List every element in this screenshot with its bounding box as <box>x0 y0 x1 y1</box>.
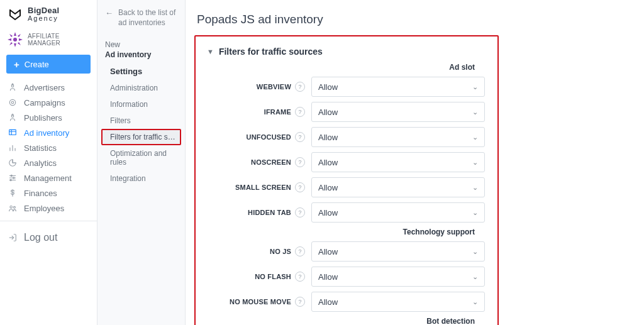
chevron-down-icon: ⌄ <box>472 133 478 141</box>
filter-label: NO MOUSE MOVE ? <box>207 297 305 307</box>
nav-item-label: Management <box>24 174 72 183</box>
filter-select-value: Allow <box>318 247 338 256</box>
nav-item-finances[interactable]: Finances <box>0 185 97 201</box>
svg-marker-1 <box>14 32 16 36</box>
back-line1: Back to the list of <box>118 8 175 18</box>
svg-rect-13 <box>9 130 16 135</box>
nav-item-campaigns[interactable]: Campaigns <box>0 95 97 110</box>
nav-item-employees[interactable]: Employees <box>0 201 97 216</box>
info-icon[interactable]: ? <box>295 182 305 192</box>
nav-item-adinventory[interactable]: Ad inventory <box>0 125 97 140</box>
filter-select-value: Allow <box>318 208 338 218</box>
settings-item-1[interactable]: Information <box>101 96 181 113</box>
bars-icon <box>8 143 18 152</box>
settings-heading: Settings <box>101 60 181 80</box>
group-title: Ad slot <box>207 63 485 72</box>
settings-item-5[interactable]: Integration <box>101 170 181 187</box>
svg-marker-5 <box>9 34 13 37</box>
nav-separator <box>0 221 97 221</box>
nav-item-publishers[interactable]: Publishers <box>0 110 97 125</box>
settings-list: AdministrationInformationFiltersFilters … <box>101 80 181 187</box>
filter-row: WEBVIEW ? Allow ⌄ <box>207 77 485 97</box>
filter-label: NO FLASH ? <box>207 272 305 282</box>
group-title: Technology support <box>207 228 485 236</box>
nav-item-management[interactable]: Management <box>0 170 97 185</box>
filter-select[interactable]: Allow ⌄ <box>311 77 485 97</box>
filter-select[interactable]: Allow ⌄ <box>311 267 485 287</box>
filter-label: NOSCREEN ? <box>207 157 305 167</box>
filter-row: UNFOCUSED ? Allow ⌄ <box>207 127 485 147</box>
svg-marker-3 <box>8 38 11 41</box>
filter-select[interactable]: Allow ⌄ <box>311 241 485 262</box>
dollar-icon <box>8 189 18 197</box>
filter-row: NO JS ? Allow ⌄ <box>207 241 485 262</box>
nav-item-label: Analytics <box>24 158 57 168</box>
filter-select[interactable]: Allow ⌄ <box>311 127 485 147</box>
people-icon <box>8 204 18 212</box>
settings-item-2[interactable]: Filters <box>101 113 181 129</box>
filter-label: IFRAME ? <box>207 107 305 117</box>
filter-select[interactable]: Allow ⌄ <box>311 177 485 197</box>
filter-row: NOSCREEN ? Allow ⌄ <box>207 152 485 172</box>
chevron-down-icon: ⌄ <box>472 209 478 217</box>
info-icon[interactable]: ? <box>295 207 305 218</box>
role-label: AFFILIATE MANAGER <box>28 33 91 47</box>
page-title: Popads JS ad inventory <box>197 13 626 26</box>
info-icon[interactable]: ? <box>295 297 305 307</box>
filter-select[interactable]: Allow ⌄ <box>311 292 485 312</box>
logout-link[interactable]: Log out <box>0 230 97 245</box>
brand-title-line1: BigDeal <box>28 6 60 15</box>
filter-select[interactable]: Allow ⌄ <box>311 202 485 223</box>
filter-select-value: Allow <box>318 158 338 167</box>
info-icon[interactable]: ? <box>295 157 305 167</box>
affiliate-manager-icon <box>6 31 24 48</box>
nav-item-label: Employees <box>24 204 64 213</box>
chevron-down-icon: ⌄ <box>472 273 478 281</box>
pie-icon <box>8 158 18 167</box>
sliders-icon <box>8 174 18 182</box>
filter-select-value: Allow <box>318 297 338 307</box>
nav-item-analytics[interactable]: Analytics <box>0 155 97 170</box>
filter-select-value: Allow <box>318 133 338 142</box>
info-icon[interactable]: ? <box>295 246 305 256</box>
rail-context-top: New <box>105 40 177 49</box>
brand: BigDeal Agency <box>0 0 97 26</box>
info-icon[interactable]: ? <box>295 107 305 117</box>
filter-label: SMALL SCREEN ? <box>207 182 305 192</box>
svg-marker-7 <box>9 42 13 45</box>
brand-title-line2: Agency <box>28 15 60 23</box>
filter-label: WEBVIEW ? <box>207 82 305 92</box>
nav-item-advertisers[interactable]: Advertisers <box>0 80 97 95</box>
info-icon[interactable]: ? <box>295 132 305 142</box>
info-icon[interactable]: ? <box>295 272 305 282</box>
filter-select[interactable]: Allow ⌄ <box>311 102 485 122</box>
svg-marker-2 <box>14 43 16 47</box>
nav-item-statistics[interactable]: Statistics <box>0 140 97 155</box>
settings-rail: ← Back to the list of ad inventories New… <box>97 0 186 325</box>
back-link[interactable]: ← Back to the list of ad inventories <box>101 6 181 29</box>
nav-item-label: Publishers <box>24 113 62 123</box>
svg-point-0 <box>13 38 17 41</box>
chevron-down-icon: ⌄ <box>472 158 478 167</box>
create-button-label: Create <box>25 60 49 69</box>
filter-select-value: Allow <box>318 82 338 92</box>
filter-select[interactable]: Allow ⌄ <box>311 152 485 172</box>
filter-select-value: Allow <box>318 183 338 192</box>
filters-section-header[interactable]: ▼ Filters for traffic sources <box>207 47 485 57</box>
primary-sidebar: BigDeal Agency AFFILIATE MANAGER + Creat… <box>0 0 97 325</box>
settings-item-0[interactable]: Administration <box>101 80 181 96</box>
create-button[interactable]: + Create <box>6 55 91 74</box>
chevron-down-icon: ⌄ <box>472 298 478 306</box>
chevron-down-icon: ⌄ <box>472 83 478 91</box>
filter-label: HIDDEN TAB ? <box>207 207 305 218</box>
plus-icon: + <box>14 60 19 69</box>
main-content: Popads JS ad inventory ▼ Filters for tra… <box>186 0 644 325</box>
info-icon[interactable]: ? <box>295 82 305 92</box>
grid-icon <box>8 128 18 137</box>
settings-item-4[interactable]: Optimization and rules <box>101 145 181 170</box>
settings-item-3[interactable]: Filters for traffic sour... <box>101 129 181 145</box>
nav-item-label: Advertisers <box>24 83 65 92</box>
svg-point-26 <box>10 206 12 209</box>
filter-row: IFRAME ? Allow ⌄ <box>207 102 485 122</box>
filters-panel: ▼ Filters for traffic sources Ad slot WE… <box>194 35 499 325</box>
